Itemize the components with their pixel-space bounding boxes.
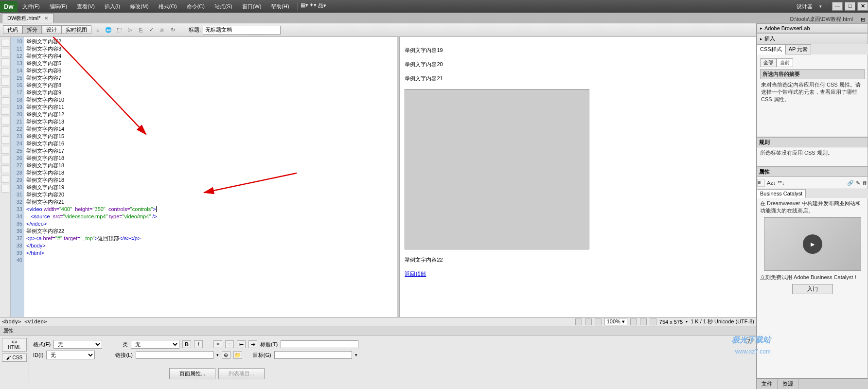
preview-link[interactable]: 返回顶部 bbox=[405, 271, 426, 277]
highlight-icon[interactable] bbox=[1, 97, 9, 105]
menu-item[interactable]: 格式(O) bbox=[154, 1, 182, 11]
tablet-icon[interactable] bbox=[640, 318, 647, 325]
open-documents-icon[interactable] bbox=[1, 39, 9, 47]
recent-icon[interactable] bbox=[1, 165, 9, 173]
view-button[interactable]: 代码 bbox=[3, 25, 22, 34]
menu-item[interactable]: 命令(C) bbox=[182, 1, 210, 11]
comment-icon[interactable] bbox=[1, 146, 9, 154]
close-button[interactable]: ✕ bbox=[857, 2, 868, 11]
id-select[interactable]: 无 bbox=[46, 351, 95, 359]
menu-item[interactable]: 文件(F) bbox=[18, 1, 45, 11]
main-content: 1011121314151617181920212223242526272829… bbox=[0, 37, 756, 317]
html-mode-button[interactable]: <> HTML bbox=[2, 338, 27, 352]
menu-item[interactable]: 插入(I) bbox=[100, 1, 125, 11]
format-select[interactable]: 无 bbox=[53, 340, 102, 349]
menu-item[interactable]: 帮助(H) bbox=[266, 1, 294, 11]
refresh-icon[interactable]: ↻ bbox=[168, 26, 177, 35]
video-placeholder[interactable] bbox=[405, 89, 589, 249]
menu-item[interactable]: 修改(M) bbox=[125, 1, 154, 11]
menu-item[interactable]: 窗口(W) bbox=[237, 1, 266, 11]
maximize-button[interactable]: □ bbox=[845, 2, 855, 11]
ul-button[interactable]: ≡ bbox=[213, 340, 222, 348]
outdent-button[interactable]: ⇤ bbox=[237, 340, 246, 348]
indent-icon[interactable] bbox=[1, 117, 9, 124]
view-button[interactable]: 设计 bbox=[42, 25, 61, 34]
all-subtab[interactable]: 全部 bbox=[760, 58, 777, 67]
validate-icon[interactable]: ✓ bbox=[147, 26, 156, 35]
point-to-file-icon[interactable]: ⊕ bbox=[222, 351, 230, 359]
code-view[interactable]: 举例文字内容2举例文字内容3举例文字内容4举例文字内容5举例文字内容6举例文字内… bbox=[24, 37, 397, 317]
rules-title: 规则 bbox=[757, 137, 868, 147]
assets-tab[interactable]: 资源 bbox=[778, 379, 798, 389]
play-icon[interactable]: ▶ bbox=[803, 234, 822, 254]
view-button[interactable]: 拆分 bbox=[22, 25, 42, 34]
new-rule-icon[interactable]: ✎ bbox=[856, 180, 860, 186]
move-icon[interactable] bbox=[1, 185, 9, 193]
hand-tool-icon[interactable] bbox=[585, 318, 592, 325]
menu-item[interactable]: 编辑(E) bbox=[45, 1, 72, 11]
css-styles-tab[interactable]: CSS样式 bbox=[757, 44, 785, 54]
syntax-icon[interactable] bbox=[1, 107, 9, 115]
outdent-icon[interactable] bbox=[1, 126, 9, 134]
view-button[interactable]: 实时视图 bbox=[61, 25, 91, 34]
class-select[interactable]: 无 bbox=[131, 340, 179, 349]
site-icon[interactable]: 品▾ bbox=[318, 2, 327, 11]
business-catalyst-tab[interactable]: Business Catalyst bbox=[757, 189, 806, 198]
title-input[interactable] bbox=[203, 26, 281, 35]
window-size[interactable]: 754 x 575 bbox=[659, 319, 683, 325]
menu-item[interactable]: 查看(V) bbox=[72, 1, 100, 11]
insert-panel-head[interactable]: ▸插入 bbox=[757, 33, 868, 44]
select-parent-icon[interactable] bbox=[1, 68, 9, 76]
mobile-icon[interactable] bbox=[650, 318, 656, 325]
close-icon[interactable]: ✕ bbox=[44, 16, 48, 21]
screen-icon[interactable] bbox=[630, 318, 637, 325]
options-icon[interactable]: ⛭ bbox=[158, 26, 166, 35]
browse-icon[interactable]: 📁 bbox=[233, 351, 242, 359]
document-tab[interactable]: DW教程.html* ✕ bbox=[2, 13, 53, 23]
design-view[interactable]: 举例文字内容19 举例文字内容20 举例文字内容21 举例文字内容22 返回顶部 bbox=[400, 37, 756, 317]
indent-button[interactable]: ⇥ bbox=[248, 340, 257, 348]
inspect-icon[interactable]: ⬚ bbox=[115, 26, 124, 35]
title-field[interactable] bbox=[281, 340, 358, 348]
add-property-icon[interactable]: ≡ bbox=[757, 179, 765, 187]
minimize-button[interactable]: — bbox=[832, 2, 843, 11]
file-icon[interactable]: ⎘ bbox=[136, 26, 145, 35]
browserlab-panel-head[interactable]: ▸Adobe BrowserLab bbox=[757, 23, 868, 33]
live-code-icon[interactable]: ⟐ bbox=[93, 26, 102, 35]
line-numbers-icon[interactable] bbox=[1, 88, 9, 95]
ap-elements-tab[interactable]: AP 元素 bbox=[785, 44, 812, 54]
nav-icon[interactable]: ▷ bbox=[125, 26, 134, 35]
page-properties-button[interactable]: 页面属性... bbox=[169, 368, 215, 379]
globe-icon[interactable]: 🌐 bbox=[104, 26, 113, 35]
layout-icon[interactable]: ▦▾ bbox=[301, 2, 309, 11]
snippet-icon[interactable] bbox=[1, 175, 9, 183]
rules-text: 所选标签没有应用 CSS 规则。 bbox=[757, 147, 868, 167]
link-field[interactable] bbox=[136, 351, 213, 359]
target-field[interactable] bbox=[274, 351, 352, 359]
panel-title[interactable]: 属性 bbox=[0, 326, 756, 336]
bc-footer: 立刻免费试用 Adobe Business Catalyst！ bbox=[760, 274, 865, 281]
format-icon[interactable] bbox=[1, 136, 9, 144]
current-subtab[interactable]: 当前 bbox=[777, 58, 793, 67]
delete-icon[interactable]: 🗑 bbox=[862, 180, 868, 186]
balance-icon[interactable] bbox=[1, 78, 9, 86]
wrap-icon[interactable] bbox=[1, 156, 9, 163]
collapse-icon[interactable] bbox=[1, 49, 9, 56]
panel-toggle-icon[interactable]: ⊟ bbox=[858, 17, 868, 23]
select-tool-icon[interactable] bbox=[575, 318, 582, 325]
css-mode-button[interactable]: 🖌 CSS bbox=[2, 354, 27, 362]
dom-path[interactable]: <body> <video> bbox=[2, 318, 47, 325]
zoom-tool-icon[interactable] bbox=[595, 318, 602, 325]
doc-info: 1 K / 1 秒 Unicode (UTF-8) bbox=[691, 318, 754, 325]
files-tab[interactable]: 文件 bbox=[757, 379, 778, 389]
menu-item[interactable]: 站点(S) bbox=[210, 1, 237, 11]
italic-button[interactable]: I bbox=[194, 340, 203, 348]
ol-button[interactable]: ≣ bbox=[225, 340, 234, 348]
workspace-switcher[interactable]: 设计器 bbox=[792, 1, 817, 12]
getting-started-button[interactable]: 入门 bbox=[792, 284, 833, 294]
extend-icon[interactable]: ✦▾ bbox=[309, 2, 318, 11]
attach-icon[interactable]: 🔗 bbox=[847, 180, 854, 186]
bold-button[interactable]: B bbox=[182, 340, 191, 348]
zoom-select[interactable]: 100% ▾ bbox=[604, 318, 627, 325]
expand-icon[interactable] bbox=[1, 58, 9, 66]
